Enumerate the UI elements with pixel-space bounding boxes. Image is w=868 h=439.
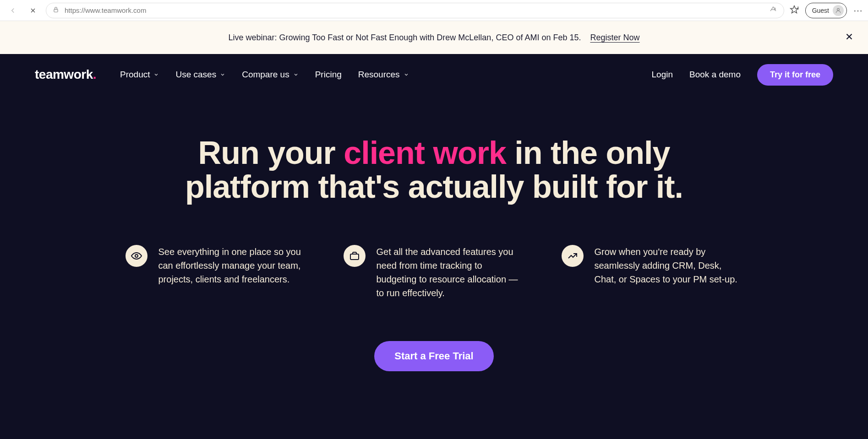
banner-close-button[interactable] bbox=[844, 32, 854, 44]
address-bar[interactable]: https://www.teamwork.com bbox=[46, 3, 784, 18]
trial-cta-row: Start a Free Trial bbox=[0, 341, 868, 390]
svg-point-9 bbox=[135, 255, 138, 257]
profile-button[interactable]: Guest bbox=[805, 3, 847, 18]
banner-text: Live webinar: Growing Too Fast or Not Fa… bbox=[228, 33, 581, 43]
book-demo-link[interactable]: Book a demo bbox=[689, 70, 741, 80]
svg-point-6 bbox=[837, 8, 840, 11]
feature-text: Get all the advanced features you need f… bbox=[377, 245, 525, 300]
page-headline: Run your client work in the only platfor… bbox=[182, 136, 686, 204]
nav-item-pricing[interactable]: Pricing bbox=[315, 70, 342, 80]
logo[interactable]: teamwork. bbox=[35, 67, 96, 82]
eye-icon bbox=[126, 245, 147, 267]
chevron-down-icon bbox=[220, 72, 225, 77]
guest-label: Guest bbox=[812, 7, 829, 14]
try-free-button[interactable]: Try it for free bbox=[757, 64, 833, 86]
nav-right: Login Book a demo Try it for free bbox=[652, 64, 834, 86]
browser-chrome: https://www.teamwork.com Guest ⋯ bbox=[0, 0, 868, 21]
svg-rect-10 bbox=[350, 254, 359, 260]
chevron-down-icon bbox=[404, 72, 409, 77]
lock-icon bbox=[53, 6, 59, 15]
feature-text: See everything in one place so you can e… bbox=[158, 245, 307, 300]
briefcase-icon bbox=[344, 245, 366, 267]
nav-links: Product Use cases Compare us Pricing Res… bbox=[120, 70, 409, 80]
more-options-icon[interactable]: ⋯ bbox=[853, 5, 863, 16]
url-text: https://www.teamwork.com bbox=[65, 6, 764, 14]
avatar-icon bbox=[833, 5, 844, 16]
chevron-down-icon bbox=[293, 72, 299, 77]
feature-growth: Grow when you're ready by seamlessly add… bbox=[562, 245, 743, 300]
feature-tools: Get all the advanced features you need f… bbox=[344, 245, 525, 300]
logo-dot: . bbox=[93, 67, 96, 81]
read-aloud-icon[interactable] bbox=[769, 5, 777, 16]
nav-item-product[interactable]: Product bbox=[120, 70, 159, 80]
start-free-trial-button[interactable]: Start a Free Trial bbox=[374, 341, 493, 371]
features-row: See everything in one place so you can e… bbox=[91, 245, 778, 300]
nav-item-compare-us[interactable]: Compare us bbox=[242, 70, 299, 80]
chevron-down-icon bbox=[153, 72, 159, 77]
stop-button[interactable] bbox=[26, 3, 40, 18]
feature-text: Grow when you're ready by seamlessly add… bbox=[595, 245, 743, 300]
svg-rect-2 bbox=[54, 9, 58, 12]
trend-up-icon bbox=[562, 245, 584, 267]
browser-right-controls: Guest ⋯ bbox=[790, 3, 863, 18]
headline-highlight: client work bbox=[344, 135, 506, 171]
main-nav: teamwork. Product Use cases Compare us P… bbox=[0, 54, 868, 95]
nav-item-resources[interactable]: Resources bbox=[358, 70, 409, 80]
banner-register-link[interactable]: Register Now bbox=[590, 33, 639, 43]
nav-item-use-cases[interactable]: Use cases bbox=[175, 70, 225, 80]
svg-marker-3 bbox=[790, 5, 798, 13]
back-button[interactable] bbox=[5, 3, 20, 18]
favorites-icon[interactable] bbox=[790, 5, 799, 16]
hero-section: teamwork. Product Use cases Compare us P… bbox=[0, 54, 868, 439]
feature-visibility: See everything in one place so you can e… bbox=[126, 245, 307, 300]
announcement-banner: Live webinar: Growing Too Fast or Not Fa… bbox=[0, 21, 868, 54]
login-link[interactable]: Login bbox=[652, 70, 673, 80]
